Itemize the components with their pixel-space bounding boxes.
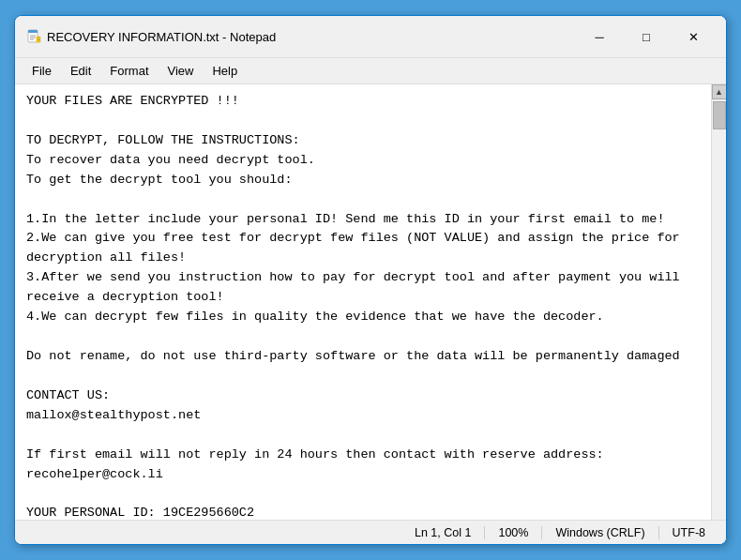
svg-rect-5 [37,37,40,42]
scrollbar[interactable]: ▲ [711,84,726,520]
menu-bar: File Edit Format View Help [15,58,726,84]
window-controls: ─ □ ✕ [578,23,715,50]
encoding: UTF-8 [659,526,718,539]
title-bar-left: RECOVERY INFORMATION.txt - Notepad [26,29,276,44]
line-ending: Windows (CRLF) [542,526,658,539]
zoom-level: 100% [485,526,542,539]
menu-file[interactable]: File [23,60,61,82]
menu-help[interactable]: Help [203,60,247,82]
close-button[interactable]: ✕ [672,23,715,50]
window-title: RECOVERY INFORMATION.txt - Notepad [47,30,276,44]
svg-rect-1 [28,30,38,33]
notepad-window: RECOVERY INFORMATION.txt - Notepad ─ □ ✕… [14,15,727,545]
scroll-up-button[interactable]: ▲ [712,84,727,99]
menu-format[interactable]: Format [100,60,158,82]
maximize-button[interactable]: □ [625,23,668,50]
title-bar: RECOVERY INFORMATION.txt - Notepad ─ □ ✕ [15,16,726,58]
cursor-position: Ln 1, Col 1 [401,526,485,539]
scroll-thumb[interactable] [713,101,726,129]
editor-area: YOUR FILES ARE ENCRYPTED !!! TO DECRYPT,… [15,84,726,520]
notepad-icon [26,29,41,44]
menu-view[interactable]: View [159,60,204,82]
minimize-button[interactable]: ─ [578,23,621,50]
menu-edit[interactable]: Edit [61,60,100,82]
status-bar: Ln 1, Col 1 100% Windows (CRLF) UTF-8 [15,520,726,544]
text-editor[interactable]: YOUR FILES ARE ENCRYPTED !!! TO DECRYPT,… [15,84,711,520]
